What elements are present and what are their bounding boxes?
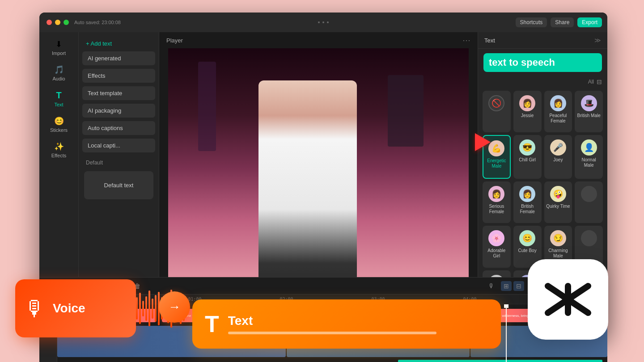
voice-name-quirky-time: Quirky Time [546,204,570,209]
voice-name-jessie: Jessie [521,113,534,118]
right-panel-title: Text [484,37,495,44]
normal-male-icon: 👤 [581,139,597,156]
fullscreen-button[interactable] [64,20,69,25]
title-bar-dots [318,21,329,23]
chill-girl-icon: 😎 [519,139,535,156]
quirky-time-icon: 🤪 [550,186,566,202]
minimize-button[interactable] [55,20,60,25]
voice-name-british-male: British Male [577,113,601,118]
shortcuts-button[interactable]: Shortcuts [516,17,547,27]
voice-name-charming-male: Charming Male [546,248,571,259]
energetic-male-icon: 💪 [488,140,504,156]
effects-icon: ✨ [54,142,64,152]
sidebar-item-audio[interactable]: 🎵 Audio [43,61,75,85]
serious-female-icon: 👩 [488,186,504,202]
stage-pole [198,62,216,151]
voice-name-adorable-girl: Adorable Girl [484,248,509,259]
text-icon: T [56,90,61,101]
jessie-icon: 👩 [519,95,535,111]
tts-search-input[interactable] [489,57,597,68]
local-captions-button[interactable]: Local capti... [82,139,155,152]
default-text-card[interactable]: Default text [84,171,153,199]
voice-card-quirky-time[interactable]: 🤪 Quirky Time [544,181,572,223]
voice-name-serious-female: Serious Female [484,204,509,215]
filter-icon[interactable]: ⊟ [597,78,602,85]
tts-filter-row: All ⊟ [478,76,607,87]
playhead-head [504,304,508,308]
empty-2-icon [581,230,597,246]
tts-search-box [483,53,602,72]
import-icon: ⬇ [55,39,62,49]
sidebar-item-label-import: Import [52,51,66,56]
voice-card-normal-male[interactable]: 👤 Normal Male [575,135,603,178]
add-text-button[interactable]: + Add text [82,38,155,50]
cute-boy-icon: 😊 [519,230,535,246]
floating-text-content: Text [228,314,488,334]
background-element [388,75,424,147]
voice-card-peaceful-female[interactable]: 👩 Peaceful Female [544,91,572,132]
player-header: Player ⋯ [159,32,478,48]
sidebar-item-label-audio: Audio [52,76,65,81]
capcut-logo [528,259,608,340]
sidebar-item-label-text: Text [54,102,63,107]
share-button[interactable]: Share [551,17,574,27]
floating-text-label: Text [228,314,488,328]
voice-card-serious-female[interactable]: 👩 Serious Female [483,181,511,223]
text-t-icon: T [205,311,219,337]
voice-name-joey: Joey [553,157,563,163]
voice-card-british-female[interactable]: 👩 British Female [513,181,542,223]
british-male-icon: 🎩 [581,95,597,111]
floating-text-card: T Text [192,299,501,349]
voice-name-normal-male: Normal Male [576,157,601,168]
ai-generated-button[interactable]: AI generated [82,51,155,65]
auto-saved-label: Auto saved: 23:00:08 [74,20,121,25]
close-button[interactable] [47,20,52,25]
timeline-tool-2[interactable]: ⊟ [513,281,524,291]
sidebar-item-text[interactable]: T Text [43,87,75,111]
voice-name-peaceful-female: Peaceful Female [546,113,571,124]
voice-card-british-male[interactable]: 🎩 British Male [575,91,603,132]
tts-filter-label: All [588,79,594,85]
default-section-label: Default [82,158,155,168]
no-voice-icon: 🚫 [488,95,504,111]
red-arrow-pointer [475,133,491,151]
peaceful-female-icon: 👩 [550,95,566,111]
floating-text-line [228,332,436,334]
floating-mic-icon: 🎙 [24,296,46,321]
mic-button[interactable]: 🎙 [486,281,497,291]
floating-voice-card: 🎙 Voice [15,279,136,337]
voice-name-british-female: British Female [515,204,540,215]
sidebar-item-label-stickers: Stickers [50,127,68,133]
right-panel-header: Text ≫ [478,32,607,49]
voice-card-adorable-girl[interactable]: 🌸 Adorable Girl [483,226,511,267]
voice-card-none[interactable]: 🚫 [483,91,511,132]
selected-clip-indicator [398,360,602,362]
voice-card-chill-girl[interactable]: 😎 Chill Girl [513,135,542,178]
voice-card-jessie[interactable]: 👩 Jessie [513,91,542,132]
timeline-tool-1[interactable]: ⊞ [501,281,512,291]
charming-male-icon: 😏 [550,230,566,246]
effects-button[interactable]: Effects [82,69,155,83]
title-bar-actions: Shortcuts Share Export [516,17,602,27]
player-label: Player [166,37,183,44]
ai-packaging-button[interactable]: AI packaging [82,104,155,118]
arrow-circle[interactable]: → [159,291,190,323]
voice-card-joey[interactable]: 🎤 Joey [544,135,572,178]
video-background [168,48,469,315]
sidebar-item-label-effects: Effects [51,153,66,158]
auto-captions-button[interactable]: Auto captions [82,121,155,135]
player-menu-icon[interactable]: ⋯ [462,35,470,45]
sidebar-item-stickers[interactable]: 😊 Stickers [43,113,75,136]
text-template-button[interactable]: Text template [82,86,155,100]
voice-name-energetic-male: Energetic Male [485,158,508,169]
sidebar-item-effects[interactable]: ✨ Effects [43,138,75,162]
panel-chevron-icon[interactable]: ≫ [594,37,601,44]
audio-icon: 🎵 [54,65,64,75]
floating-voice-label: Voice [53,301,85,316]
export-button[interactable]: Export [577,17,602,27]
player-video [168,48,469,315]
voice-card-empty-1[interactable] [575,181,603,223]
sidebar-item-import[interactable]: ⬇ Import [43,36,75,59]
british-female-icon: 👩 [519,186,535,202]
voice-name-cute-boy: Cute Boy [518,248,537,253]
